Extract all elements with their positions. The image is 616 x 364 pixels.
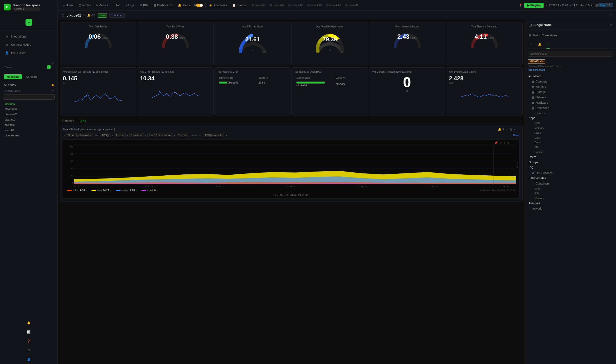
sidebar-item-invite-users[interactable]: 👤 Invite Users — [1, 49, 57, 57]
nav-k8s[interactable]: ⊕ K8s — [137, 2, 151, 8]
tree-network[interactable]: ▦ Network — [527, 95, 614, 100]
list-view-icon[interactable]: ≡ — [513, 128, 515, 131]
more-icon[interactable]: ⋯ — [517, 128, 520, 131]
filter-system[interactable]: 1 system — [130, 133, 144, 137]
tree-twingate-network[interactable]: network — [527, 206, 614, 211]
nav-nodes[interactable]: ◫ Nodes — [76, 2, 93, 8]
filter-labels[interactable]: 2 labels — [177, 133, 189, 137]
tree-ipc[interactable]: IPC — [527, 165, 614, 170]
disk-reads-expand[interactable]: ⋯ — [132, 61, 135, 64]
sidebar-add-button[interactable]: + — [26, 19, 32, 26]
tree-twingate[interactable]: Twingate — [527, 201, 614, 206]
cpu-pressure-expand[interactable]: ⋯ — [210, 111, 212, 114]
visited-nodes-header[interactable]: Visited Nodes ∧ — [0, 88, 57, 93]
zoom-out-icon[interactable]: − — [511, 142, 513, 144]
user-icon-btn[interactable]: 👤 — [0, 355, 57, 364]
tree-users[interactable]: Users — [527, 155, 614, 160]
top-nodes-ram-expand[interactable]: ⋯ — [364, 111, 367, 114]
expand-icon[interactable]: ⤢ — [506, 128, 508, 131]
tree-containers-psi[interactable]: PSI — [527, 191, 614, 196]
disk-writes-expand[interactable]: ⋯ — [210, 61, 212, 64]
favorite-icon[interactable]: ♡ — [609, 13, 612, 17]
filter-each-avg[interactable]: AVG() every 4s — [203, 133, 224, 137]
node-item[interactable]: clswarm02 — [0, 106, 57, 112]
nav-logs[interactable]: ≡ Logs — [123, 2, 137, 8]
tree-containers-cpu[interactable]: CPU — [527, 186, 614, 191]
settings-icon-btn[interactable]: ⚙ — [0, 346, 57, 355]
node-item[interactable]: swarm03 — [0, 117, 57, 122]
right-tab-alerts[interactable]: 🔔 — [537, 41, 543, 49]
nav-anomalies[interactable]: ⚡ Anomalies — [207, 2, 229, 8]
reset-button[interactable]: Reset — [513, 134, 520, 137]
ram-expand[interactable]: ⋯ — [364, 61, 367, 64]
right-panel-expand-icon[interactable]: ⤢ — [610, 23, 612, 27]
nav-dashboards[interactable]: ▦ Dashboards — [151, 2, 175, 8]
node-item[interactable]: vserv01 — [0, 128, 57, 133]
node-info-icon[interactable]: ℹ — [83, 13, 85, 17]
tree-processes[interactable]: ▦ Processes — [527, 105, 614, 111]
swarm-tab-clswarm03[interactable]: ◫ clswarm03 — [286, 3, 305, 7]
tree-apps-swap[interactable]: Swap — [527, 130, 614, 135]
tree-apps-fds[interactable]: FDs — [527, 145, 614, 150]
filter-dimensions[interactable]: 9 of 10 dimensions — [147, 133, 173, 137]
tree-apps-memory[interactable]: Memory — [527, 126, 614, 130]
tree-storage[interactable]: ▦ Storage — [527, 90, 614, 95]
tree-system[interactable]: ◈ System — [527, 74, 614, 79]
metric-card-avg-ram[interactable]: Avg Used RAM per Node — [291, 22, 368, 65]
grid-view-icon[interactable]: ▦ — [509, 128, 512, 131]
node-item[interactable]: cldockertest — [0, 133, 57, 138]
alert-toggle[interactable]: 0 — [194, 4, 203, 7]
tree-os-services[interactable]: ⚙ O/S Services — [527, 170, 614, 176]
tree-apps[interactable]: Apps — [527, 116, 614, 121]
swarm-tab-clswarm01c[interactable]: ◫ clswarm01 — [324, 3, 343, 7]
chart-card-disk-io[interactable]: Average Disk I/O Pressure (10 sec, some)… — [60, 67, 136, 116]
zoom-reset-icon[interactable]: ⊕ — [507, 142, 509, 144]
node-item[interactable]: clswarm01 — [0, 112, 57, 117]
memory-pressure-expand[interactable]: ⋯ — [441, 111, 444, 114]
nav-home[interactable]: ⌂ Home — [61, 2, 76, 8]
swarm-tab-swarm02[interactable]: ◫ swarm02 — [250, 3, 267, 7]
chart-card-cpu-pressure[interactable]: Avg CPU Pressure (10 sec, full) 10.34 ⋯ — [137, 67, 214, 116]
tree-groups[interactable]: Groups — [527, 160, 614, 165]
swarm-tab-swarm01[interactable]: ◫ swarm01 — [343, 3, 360, 7]
nav-events[interactable]: 📋 Events — [230, 2, 248, 8]
chart-card-top-nodes-ram[interactable]: Top Nodes by Used RAM Dimension Value % — [291, 67, 368, 116]
playing-dropdown-icon[interactable]: ▾ — [546, 4, 547, 7]
nav-metrics[interactable]: ≡ Metrics — [94, 2, 110, 8]
sidebar-collapse-button[interactable]: ‹ — [52, 5, 54, 9]
tree-apps-uptime[interactable]: Uptime — [527, 150, 614, 155]
metric-card-network-outbound[interactable]: Total Network Outbound 4.11 Mbit/s ⋯ — [446, 22, 523, 65]
tree-kubernetes[interactable]: ○ Kubernetes — [527, 176, 614, 181]
tree-containers-memory[interactable]: Memory — [527, 196, 614, 201]
metric-card-network-inbound[interactable]: Total Network Inbound 2.43 Mbit/s ⋯ — [369, 22, 446, 65]
network-outbound-expand[interactable]: ⋯ — [519, 61, 521, 64]
tree-memory[interactable]: ▦ Memory — [527, 84, 614, 90]
metric-card-total-disk-writes[interactable]: Total Disk Writes 0.38 MiB/s ⋯ — [137, 22, 214, 65]
info-icon[interactable]: ℹ — [503, 128, 504, 131]
nav-top[interactable]: ↑ Top — [111, 2, 123, 8]
disk-io-expand[interactable]: ⋯ — [132, 111, 135, 114]
all-rooms-tab[interactable]: All rooms — [23, 74, 40, 79]
right-tab-charts[interactable]: ◫ — [529, 41, 533, 49]
filter-avg[interactable]: AVG() — [100, 133, 110, 137]
notifications-icon-btn[interactable]: 🔔 — [0, 318, 57, 327]
sidebar-item-connect-nodes[interactable]: ⊕ Connect Nodes — [1, 41, 57, 49]
right-tab-info[interactable]: ℹ — [547, 41, 550, 49]
cpu-expand[interactable]: ⋯ — [287, 61, 289, 64]
system-load-expand[interactable]: ⋯ — [519, 111, 521, 114]
add-charts-link[interactable]: Add more charts — [525, 68, 616, 72]
live-badge[interactable]: Live 12 — [598, 3, 613, 7]
tree-containers[interactable]: ◫ Containers — [527, 181, 614, 186]
playing-button[interactable]: ▶ Playing — [524, 3, 544, 8]
tree-hardware[interactable]: ▦ Hardware — [527, 100, 614, 105]
node-search-input[interactable] — [3, 94, 55, 100]
metric-card-avg-cpu[interactable]: Avg CPU per Node 21.61 — [214, 22, 291, 65]
all-nodes-item[interactable]: All nodes — [0, 82, 57, 88]
filter-group-by[interactable]: Group by dimension — [66, 133, 93, 137]
right-icon[interactable]: → — [515, 142, 517, 144]
filter-node[interactable]: 1 node — [114, 133, 126, 137]
top-nodes-cpu-expand[interactable]: ⋯ — [287, 111, 289, 114]
section-favorite-icon[interactable]: ♡ — [519, 119, 522, 123]
alert-toggle-switch[interactable] — [196, 4, 203, 7]
node-item[interactable]: clkube01 — [0, 122, 57, 128]
